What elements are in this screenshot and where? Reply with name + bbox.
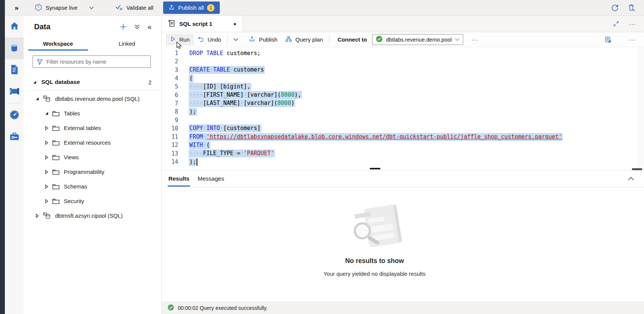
tree-node[interactable]: External resources — [24, 135, 161, 150]
nav-develop[interactable] — [5, 59, 24, 81]
line-number[interactable]: 4 — [162, 75, 178, 82]
expander-icon[interactable] — [44, 111, 49, 115]
line-number[interactable]: 11 — [162, 133, 178, 140]
code-line[interactable]: 4( — [162, 74, 644, 82]
tree-node[interactable]: dbtmsft.azsyn.cipool (SQL) — [24, 208, 161, 223]
tab-linked[interactable]: Linked — [93, 37, 162, 51]
expander-icon[interactable] — [44, 155, 49, 160]
panel-splitter[interactable] — [162, 167, 644, 170]
nav-integrate[interactable] — [5, 81, 24, 103]
toolbar-right-more-icon[interactable]: ··· — [629, 36, 636, 43]
tree-node[interactable]: Schemas — [24, 179, 161, 194]
code-line[interactable]: 12WITH·( — [162, 141, 644, 149]
tree-node[interactable]: Programmability — [24, 164, 161, 179]
code-line[interactable]: 13····FILE_TYPE·=·'PARQUET' — [162, 150, 644, 158]
query-plan-label: Query plan — [296, 36, 323, 43]
main-area: SQL script 1 ● ··· — [162, 16, 644, 314]
tree-node[interactable]: Tables — [24, 106, 161, 121]
line-number[interactable]: 8 — [162, 108, 178, 115]
splitter-handle[interactable] — [370, 168, 380, 169]
tree-node[interactable]: Views — [24, 150, 161, 164]
discard-trash-icon[interactable] — [627, 3, 636, 12]
line-number[interactable]: 5 — [162, 83, 178, 90]
nav-data[interactable] — [5, 37, 24, 59]
editor-scrollbar[interactable] — [638, 47, 644, 167]
chevron-down-icon[interactable] — [89, 6, 94, 9]
tree-node[interactable]: dbtlabs.revenue.demo.pool (SQL) — [24, 91, 161, 106]
document-tab-bar: SQL script 1 ● ··· — [162, 16, 644, 32]
tab-workspace[interactable]: Workspace — [24, 37, 93, 51]
expand-editor-icon[interactable] — [613, 21, 619, 27]
query-plan-button[interactable]: Query plan — [281, 33, 327, 46]
line-number[interactable]: 14 — [162, 158, 178, 165]
line-number[interactable]: 2 — [162, 58, 178, 65]
collapse-all-icon[interactable] — [134, 24, 140, 30]
query-plan-icon — [285, 36, 292, 44]
horizontal-scrollbar-thumb[interactable] — [632, 168, 642, 170]
code-line[interactable]: 8); — [162, 108, 644, 116]
code-line[interactable]: 11FROM·'https://dbtlabsynapsedatalake.bl… — [162, 133, 644, 141]
tab-messages[interactable]: Messages — [196, 171, 226, 187]
expander-icon[interactable] — [44, 184, 49, 189]
expander-icon[interactable] — [44, 199, 49, 203]
collapse-panel-icon[interactable]: « — [147, 23, 152, 30]
mode-switcher[interactable]: Synapse live — [35, 3, 94, 12]
code-line[interactable]: 7····[LAST_NAME]·[varchar](8000) — [162, 99, 644, 108]
connect-pool-dropdown[interactable]: dbtlabs.revenue.demo.pool — [372, 34, 463, 45]
tab-results[interactable]: Results — [167, 171, 191, 187]
expand-menu-icon[interactable]: » — [15, 4, 19, 12]
code-line[interactable]: 6····[FIRST_NAME]·[varchar](8000), — [162, 91, 644, 99]
code-line[interactable]: 9 — [162, 116, 644, 124]
tree-node[interactable]: Security — [24, 194, 161, 208]
line-number[interactable]: 13 — [162, 150, 178, 157]
collapse-results-chevron-icon[interactable] — [628, 176, 634, 181]
expander-icon[interactable] — [33, 79, 37, 85]
refresh-icon[interactable] — [611, 3, 619, 12]
line-number[interactable]: 12 — [162, 142, 178, 148]
data-explorer-panel: Data « Workspace Linked — [24, 16, 162, 314]
line-number[interactable]: 6 — [162, 92, 178, 99]
expander-icon[interactable] — [35, 97, 39, 101]
results-panel: Results Messages — [162, 170, 644, 314]
run-button[interactable]: Run — [166, 34, 194, 45]
validate-all-button[interactable]: Validate all — [115, 3, 153, 12]
tree-node[interactable]: External tables — [24, 121, 161, 135]
undo-dropdown-chevron-icon[interactable] — [230, 38, 241, 41]
line-number[interactable]: 7 — [162, 100, 178, 107]
publish-all-button[interactable]: Publish all 1 — [163, 1, 220, 14]
line-number[interactable]: 10 — [162, 125, 178, 132]
code-line[interactable]: 5····[ID]·[bigint], — [162, 82, 644, 91]
code-line[interactable]: 1DROP TABLE customers; — [162, 49, 644, 57]
properties-icon[interactable] — [604, 36, 612, 43]
nav-monitor[interactable] — [5, 105, 24, 126]
publish-all-label: Publish all — [178, 4, 204, 11]
nav-home[interactable] — [5, 16, 24, 37]
expander-icon[interactable] — [44, 126, 49, 130]
tree-root-sql-database[interactable]: SQL database 2 — [24, 75, 161, 89]
undo-button[interactable]: Undo — [194, 33, 225, 46]
publish-count-badge: 1 — [207, 4, 215, 12]
line-number[interactable]: 9 — [162, 117, 178, 124]
code-line[interactable]: 3CREATE·TABLE·customers — [162, 66, 644, 74]
code-line[interactable]: 14); — [162, 158, 644, 166]
line-number[interactable]: 3 — [162, 67, 178, 73]
validate-icon — [115, 3, 123, 12]
tab-more-icon[interactable]: ··· — [629, 21, 636, 27]
code-line[interactable]: 2 — [162, 57, 644, 66]
tab-sql-script-1[interactable]: SQL script 1 ● — [162, 16, 243, 32]
expander-icon[interactable] — [44, 170, 49, 174]
nav-manage[interactable] — [5, 126, 24, 148]
publish-button[interactable]: Publish — [245, 33, 281, 46]
add-resource-icon[interactable] — [120, 23, 127, 30]
code-line[interactable]: 10COPY·INTO·[customers] — [162, 124, 644, 133]
toolbar-more-icon[interactable]: ··· — [471, 36, 478, 43]
sql-code-editor[interactable]: 1DROP TABLE customers;23CREATE·TABLE·cus… — [162, 47, 644, 167]
tree-node-label: Tables — [64, 110, 80, 117]
resource-tree: SQL database 2 dbtlabs.revenue.demo.pool… — [24, 75, 161, 223]
filter-resources-input[interactable] — [33, 55, 151, 68]
folder-icon — [52, 169, 60, 175]
line-number[interactable]: 1 — [162, 50, 178, 57]
expander-icon[interactable] — [35, 214, 39, 218]
expander-icon[interactable] — [44, 141, 49, 145]
tree-node-label: dbtmsft.azsyn.cipool (SQL) — [55, 212, 123, 219]
